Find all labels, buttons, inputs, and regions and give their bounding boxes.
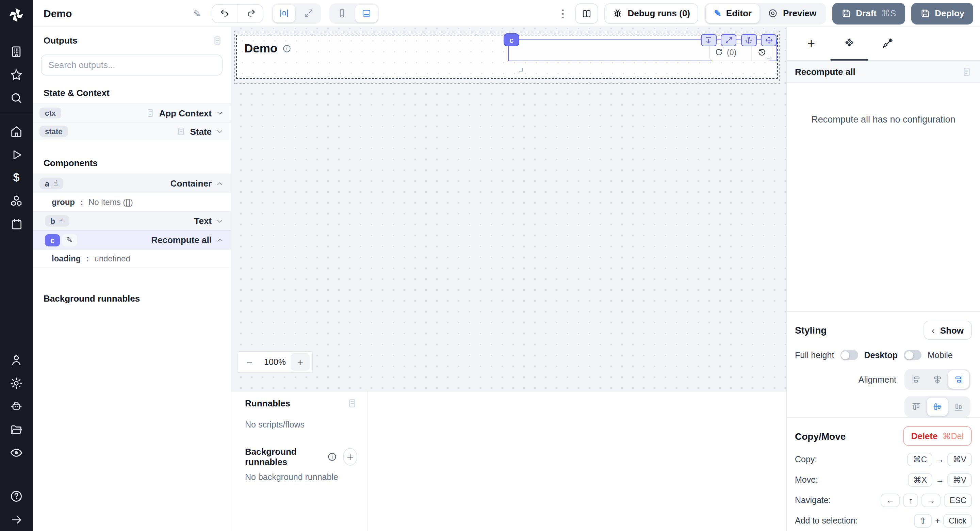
info-icon (327, 452, 337, 462)
folders-icon[interactable] (0, 418, 33, 441)
resources-cubes-icon[interactable] (0, 189, 33, 212)
resize-grip[interactable] (519, 68, 523, 72)
runnables-panel: Runnables No scripts/flows Background ru… (231, 391, 786, 531)
panel-doc-icon[interactable] (347, 398, 357, 408)
zoom-out-button[interactable]: − (238, 352, 261, 372)
add-selection-shortcut-row: Add to selection: ⇧+Click (795, 514, 972, 528)
panel-doc-icon[interactable] (962, 66, 972, 77)
align-top-button[interactable] (906, 397, 927, 416)
component-row-a[interactable]: a☝ Container (33, 174, 231, 193)
component-row-c-selected[interactable]: c ✎ Recompute all (33, 230, 231, 249)
align-left-button[interactable] (906, 370, 927, 389)
edit-title-pencil-icon[interactable]: ✎ (193, 8, 201, 19)
delete-shortcut: ⌘Del (942, 431, 964, 441)
move-icon[interactable] (761, 34, 776, 46)
refresh-icon (714, 48, 724, 56)
selected-component-title: Recompute all (795, 66, 856, 77)
tab-insert-component[interactable]: + (792, 27, 830, 60)
schedules-calendar-icon[interactable] (0, 212, 33, 236)
delete-button[interactable]: Delete ⌘Del (903, 426, 972, 446)
plus-icon: + (808, 36, 815, 51)
selected-component-c[interactable]: c (0) (508, 40, 777, 61)
state-badge: state (40, 126, 68, 137)
edit-id-pencil-icon[interactable]: ✎ (62, 234, 77, 246)
fullwidth-canvas-button[interactable] (298, 5, 320, 22)
alignment-label: Alignment (859, 375, 896, 384)
docs-book-icon[interactable] (576, 3, 598, 24)
full-height-label: Full height (795, 350, 834, 360)
draft-button[interactable]: Draft ⌘S (832, 2, 905, 24)
windmill-logo-icon[interactable] (8, 6, 25, 27)
more-menu-kebab-icon[interactable]: ⋮ (557, 7, 569, 19)
doc-icon (176, 127, 186, 136)
show-styling-button[interactable]: ‹ Show (924, 321, 972, 340)
text-component-b[interactable]: Demo (244, 41, 291, 56)
collapse-arrow-icon[interactable] (0, 508, 33, 531)
runs-play-icon[interactable] (0, 143, 33, 166)
desktop-view-button[interactable] (356, 5, 378, 22)
topbar: Demo ✎ ⋮ Debug runs (0) ✎ Editor (33, 0, 980, 27)
kbd-cut: ⌘X (908, 473, 932, 487)
kbd-left: ← (881, 494, 900, 507)
add-background-runnable-button[interactable] (343, 448, 357, 466)
full-height-toggle[interactable] (840, 350, 858, 360)
kbd-paste: ⌘V (947, 473, 972, 487)
chevron-down-icon[interactable] (216, 217, 224, 225)
chevron-down-icon[interactable] (216, 127, 224, 136)
settings-gear-icon[interactable] (0, 372, 33, 395)
vertical-alignment-group (904, 396, 970, 417)
info-icon (282, 44, 291, 53)
preview-tab[interactable]: Preview (760, 4, 824, 23)
tab-global-styling[interactable] (869, 27, 907, 60)
search-outputs-input[interactable] (41, 54, 223, 76)
align-middle-vertical-button[interactable] (927, 397, 948, 416)
output-row-ctx[interactable]: ctx App Context (33, 104, 231, 122)
anchor-icon[interactable] (741, 34, 756, 46)
components-title: Components (33, 140, 231, 174)
output-kv-group[interactable]: group : No items ([]) (33, 193, 231, 211)
preview-disc-icon (768, 8, 778, 18)
center-canvas-button[interactable] (273, 5, 296, 22)
hand-pointer-icon: ☝ (53, 179, 58, 188)
state-context-title: State & Context (33, 76, 231, 104)
editor-tab[interactable]: ✎ Editor (706, 4, 760, 23)
canvas[interactable]: Demo c (0) (231, 27, 786, 391)
output-kv-loading[interactable]: loading : undefined (33, 249, 231, 268)
undo-redo-group (212, 4, 264, 23)
audit-eye-icon[interactable] (0, 441, 33, 464)
expand-icon[interactable] (721, 34, 737, 46)
workers-robot-icon[interactable] (0, 395, 33, 418)
billing-dollar-icon[interactable]: $ (0, 166, 33, 189)
chevron-up-icon[interactable] (216, 179, 224, 188)
kbd-right: → (922, 494, 941, 507)
align-bottom-button[interactable] (948, 397, 969, 416)
user-icon[interactable] (0, 349, 33, 372)
mobile-view-button[interactable] (331, 5, 353, 22)
debug-runs-button[interactable]: Debug runs (0) (605, 3, 698, 24)
kbd-up: ↑ (904, 494, 918, 507)
redo-button[interactable] (238, 5, 263, 22)
chevron-up-icon[interactable] (216, 236, 224, 244)
align-center-horizontal-button[interactable] (927, 370, 948, 389)
favorites-star-icon[interactable] (0, 63, 33, 86)
zoom-in-button[interactable]: + (291, 353, 310, 371)
chevron-down-icon[interactable] (216, 109, 224, 117)
undo-button[interactable] (213, 5, 238, 22)
desktop-toggle[interactable] (904, 350, 921, 360)
deploy-button[interactable]: Deploy (911, 2, 973, 24)
horizontal-alignment-group (904, 369, 970, 390)
tab-component-settings[interactable] (830, 27, 869, 60)
output-row-state[interactable]: state State (33, 122, 231, 140)
align-right-button[interactable] (948, 370, 969, 389)
panel-doc-icon[interactable] (212, 35, 223, 46)
search-icon[interactable] (0, 86, 33, 110)
resize-grip[interactable] (767, 56, 770, 59)
workspace-building-icon[interactable] (0, 40, 33, 63)
help-icon[interactable] (0, 485, 33, 508)
expand-down-icon[interactable] (701, 34, 716, 46)
runnables-title: Runnables (245, 398, 290, 408)
component-row-b[interactable]: b☝ Text (33, 211, 231, 230)
navigate-shortcut-row: Navigate: ←↑→ESC (795, 494, 972, 507)
home-icon[interactable] (0, 120, 33, 143)
container-a[interactable]: Demo c (0) (236, 35, 778, 79)
